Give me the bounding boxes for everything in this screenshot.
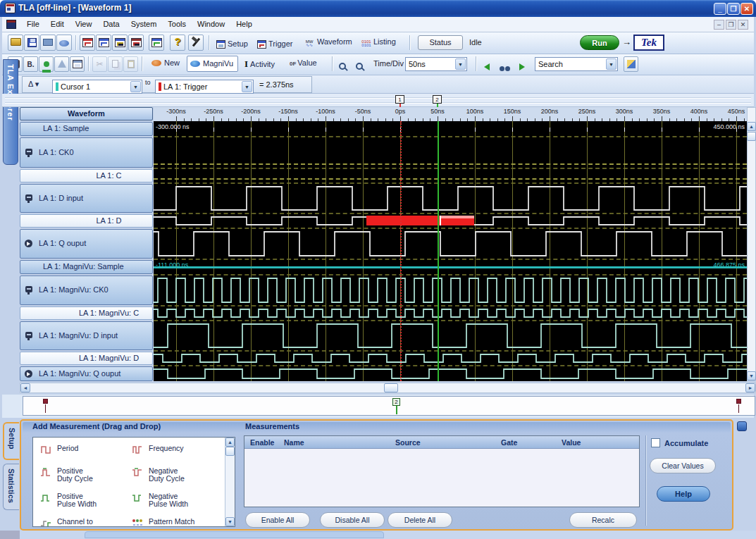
window-icon[interactable] <box>70 56 85 72</box>
analysis-icon[interactable] <box>149 35 164 51</box>
panel-expand-button[interactable] <box>737 421 747 431</box>
search-next-icon[interactable] <box>519 61 525 73</box>
row-label[interactable]: LA 1: CK0 <box>20 137 153 168</box>
zoom-in-icon[interactable] <box>356 60 363 73</box>
cursor2-select[interactable]: LA 1: Trigger▼ <box>155 80 254 94</box>
row-label[interactable]: LA 1: MagniVu: Sample <box>20 260 153 274</box>
listing-window-icon[interactable] <box>128 35 144 51</box>
document-icon[interactable] <box>6 20 16 29</box>
help-button[interactable]: Help <box>657 486 710 502</box>
menu-data[interactable]: Data <box>97 17 125 32</box>
tab-setup[interactable]: Setup <box>3 422 19 460</box>
menu-help[interactable]: Help <box>230 17 258 32</box>
timediv-select[interactable]: 50ns▼ <box>405 57 467 71</box>
measurement-item-pattern[interactable]: Pattern Match <box>149 518 194 526</box>
help-icon[interactable]: ? <box>170 35 185 51</box>
setup-button[interactable]: Setup <box>213 35 252 51</box>
measurement-item-frequency[interactable]: Frequency <box>149 445 184 452</box>
row-label[interactable]: LA 1: D <box>20 214 153 228</box>
cursor1-select[interactable]: Cursor 1▼ <box>52 80 142 94</box>
open-file-icon[interactable] <box>8 35 23 51</box>
measurement-item-duty_pos[interactable]: Positive Duty Cycle <box>57 467 93 483</box>
menu-window[interactable]: Window <box>192 17 230 32</box>
search-input[interactable]: Search▼ <box>535 57 618 71</box>
measurement-item-pulse_neg[interactable]: Negative Pulse Width <box>149 492 188 508</box>
disable-all-button[interactable]: Disable All <box>320 512 385 528</box>
vertical-scrollbar[interactable]: ▲ ▼ <box>747 107 756 381</box>
draw-icon[interactable] <box>54 56 69 72</box>
column-header-enable[interactable]: Enable <box>250 438 274 447</box>
record-overview[interactable]: 2 <box>23 396 755 416</box>
measurement-item-period[interactable]: Period <box>57 445 78 452</box>
row-label[interactable]: LA 1: MagniVu: CK0 <box>20 275 153 305</box>
trigger-window-icon[interactable] <box>96 35 111 51</box>
measurement-item-duty_neg[interactable]: Negative Duty Cycle <box>149 467 185 483</box>
listing-button[interactable]: 01010101Listing <box>359 35 400 51</box>
row-label[interactable]: LA 1: MagniVu: Q ouput <box>20 366 153 381</box>
properties-icon[interactable]: B. <box>23 56 38 72</box>
run-button[interactable]: Run <box>580 35 619 50</box>
menu-edit[interactable]: Edit <box>45 17 70 32</box>
tools-icon[interactable] <box>188 35 204 51</box>
search-prev-icon[interactable] <box>484 61 490 73</box>
ruler-marker-1[interactable]: 1 <box>395 95 404 104</box>
measurements-table[interactable]: EnableNameSourceGateValue <box>244 435 640 507</box>
menu-file[interactable]: File <box>21 17 45 32</box>
record-overview-band[interactable]: 2 <box>2 395 754 418</box>
delta-time-icon[interactable]: Δ ▾ <box>25 77 43 94</box>
setup-window-icon[interactable] <box>80 35 95 51</box>
overview-marker-2[interactable]: 2 <box>392 398 400 406</box>
search-options-icon[interactable] <box>624 56 638 72</box>
mdi-window-buttons[interactable]: –❐✕ <box>712 20 748 30</box>
column-header-source[interactable]: Source <box>395 438 421 447</box>
overview-pin[interactable] <box>43 399 48 404</box>
accumulate-checkbox[interactable] <box>651 438 660 447</box>
measurement-list[interactable]: PeriodFrequencyPositive Duty CycleNegati… <box>32 437 235 527</box>
row-label[interactable]: LA 1: Q ouput <box>20 229 153 259</box>
clear-values-button[interactable]: Clear Values <box>650 458 716 473</box>
cursor-ruler[interactable]: 12 <box>2 94 754 107</box>
enable-all-button[interactable]: Enable All <box>245 512 310 528</box>
menu-view[interactable]: View <box>70 17 98 32</box>
row-label[interactable]: LA 1: MagniVu: D input <box>20 321 153 350</box>
list-scrollbar[interactable]: ▲ ▼ <box>225 438 235 526</box>
waveform-window-icon[interactable] <box>112 35 128 51</box>
row-label[interactable]: LA 1: C <box>20 169 153 182</box>
value-button[interactable]: 0FValue <box>287 56 321 73</box>
cursor-1-line[interactable] <box>400 121 402 381</box>
zoom-out-icon[interactable] <box>339 60 346 73</box>
activity-button[interactable]: IActivity <box>242 56 279 73</box>
copy-icon[interactable] <box>108 56 123 72</box>
menu-system[interactable]: System <box>125 17 163 32</box>
column-header-name[interactable]: Name <box>284 438 304 447</box>
trigger-button[interactable]: Trigger <box>254 35 297 51</box>
system-icon[interactable] <box>56 35 72 51</box>
menu-tools[interactable]: Tools <box>162 17 192 32</box>
row-label[interactable]: LA 1: MagniVu: C <box>20 306 153 320</box>
measurement-item-chan_delay[interactable]: Channel to Channel Delay <box>57 518 106 527</box>
save-icon[interactable] <box>24 35 39 51</box>
recalc-button[interactable]: Recalc <box>569 512 637 528</box>
waveform-button[interactable]: MW∿∿Waveform <box>301 35 357 51</box>
status-button[interactable]: Status <box>418 35 463 50</box>
column-header-gate[interactable]: Gate <box>501 438 517 447</box>
row-label[interactable]: LA 1: D input <box>20 184 153 213</box>
print-icon[interactable] <box>40 35 56 51</box>
horizontal-scrollbar[interactable]: ◄ ► <box>20 383 756 393</box>
paste-icon[interactable] <box>123 56 138 72</box>
minimize-button[interactable]: _ <box>714 3 726 15</box>
overview-pin[interactable] <box>736 399 741 404</box>
tab-statistics[interactable]: Statistics <box>3 464 19 510</box>
waveform-column-header[interactable]: Waveform <box>20 107 153 120</box>
ruler-marker-2[interactable]: 2 <box>433 95 442 104</box>
cursor-2-line[interactable] <box>438 121 439 381</box>
magnivu-toggle[interactable]: MagniVu <box>187 56 238 72</box>
row-label[interactable]: LA 1: MagniVu: D <box>20 352 153 365</box>
find-icon[interactable] <box>500 61 510 74</box>
new-button[interactable]: New <box>149 56 184 73</box>
close-button[interactable]: ✕ <box>740 3 753 15</box>
row-label[interactable]: LA 1: Sample <box>20 122 153 136</box>
column-header-value[interactable]: Value <box>562 438 581 447</box>
tla-explorer-tab[interactable]: TLA Explorer <box>3 59 18 165</box>
measurement-item-pulse_pos[interactable]: Positive Pulse Width <box>57 492 97 508</box>
